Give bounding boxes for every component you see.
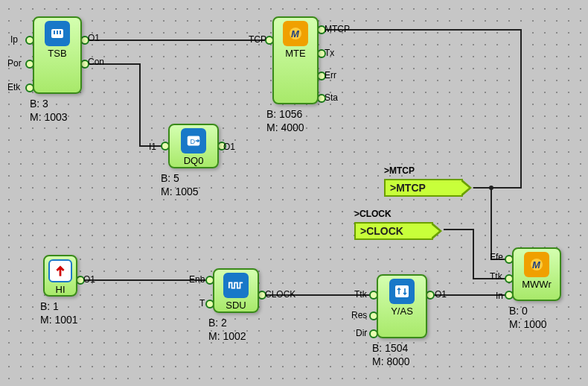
- svg-rect-25: [54, 31, 55, 34]
- block-dq0-meta: B: 5 M: 1005: [161, 171, 199, 198]
- block-hi[interactable]: HI: [43, 255, 77, 297]
- pulse-icon: [223, 273, 249, 298]
- pin-sdu-clock: CLOCK: [265, 289, 295, 300]
- net-label-mtcp[interactable]: >MTCP: [384, 179, 463, 197]
- svg-text:M: M: [532, 259, 541, 270]
- net-caption-mtcp: >MTCP: [384, 165, 415, 176]
- net-label-clock-text: >CLOCK: [360, 225, 403, 237]
- pin-tsb-o1: O1: [88, 33, 100, 43]
- svg-point-0: [489, 186, 493, 190]
- block-sdu-title: SDU: [226, 300, 246, 311]
- pin-mte-tcp: TCP: [249, 34, 266, 45]
- pin-sdu-t: T: [199, 298, 205, 309]
- counter-icon: [389, 279, 415, 304]
- block-hi-title: HI: [56, 284, 65, 295]
- pin-mwwr-in: In: [496, 291, 503, 301]
- pin-yas-dir: Dir: [356, 328, 367, 338]
- net-label-clock[interactable]: >CLOCK: [354, 222, 433, 240]
- pin-mte-mtcp: MTCP: [325, 24, 350, 34]
- pin-mte-sta: Sta: [325, 92, 338, 103]
- svg-text:D: D: [190, 138, 195, 145]
- pin-mwwr-ttk: Ttk: [490, 271, 502, 282]
- block-mwwr-title: MWWr: [522, 279, 551, 290]
- block-dq0-title: DQ0: [184, 155, 204, 166]
- block-dq0[interactable]: D DQ0: [168, 124, 219, 168]
- svg-rect-32: [395, 285, 409, 297]
- gear-m-icon: M: [524, 252, 549, 277]
- block-mte-meta: B: 1056 M: 4000: [266, 107, 304, 134]
- svg-rect-26: [57, 31, 58, 34]
- block-sdu-meta: B: 2 M: 1002: [208, 316, 246, 343]
- pin-hi-o1: O1: [83, 274, 95, 285]
- block-sdu[interactable]: SDU: [213, 268, 259, 313]
- gear-m-icon: M: [283, 21, 308, 46]
- pin-tsb-etk: Etk: [7, 82, 20, 92]
- net-caption-clock: >CLOCK: [354, 209, 392, 219]
- block-tsb[interactable]: TSB: [33, 16, 82, 94]
- pin-dq0-o1: O1: [223, 142, 235, 152]
- pin-mte-err: Err: [325, 70, 336, 80]
- block-yas-meta: B: 1504 M: 8000: [372, 341, 410, 368]
- block-mwwr-meta: B: 0 M: 1000: [509, 304, 547, 331]
- pin-mte-tx: Tx: [325, 48, 334, 58]
- svg-rect-27: [60, 31, 61, 34]
- pin-dq0-i1: I1: [149, 142, 156, 152]
- svg-text:M: M: [291, 28, 300, 39]
- block-tsb-meta: B: 3 M: 1003: [30, 97, 68, 124]
- pin-tsb-con: Con: [88, 57, 104, 67]
- block-yas[interactable]: Y/AS: [377, 274, 427, 338]
- latch-icon: D: [181, 128, 206, 154]
- pin-yas-ttk: Ttk: [354, 289, 367, 300]
- pin-sdu-enb: Enb: [189, 274, 205, 285]
- pin-mwwr-efe: Efe: [490, 252, 503, 262]
- pin-yas-res: Res: [351, 310, 367, 320]
- pin-tsb-por: Por: [7, 58, 22, 69]
- svg-point-20: [426, 291, 434, 299]
- diagram-canvas[interactable]: TSB B: 3 M: 1003 Ip Por Etk O1 Con D DQ0…: [0, 0, 588, 386]
- block-hi-meta: B: 1 M: 1001: [40, 300, 78, 326]
- block-mte[interactable]: M MTE: [272, 16, 319, 104]
- ethernet-icon: [45, 21, 70, 46]
- block-mte-title: MTE: [285, 48, 305, 59]
- block-mwwr[interactable]: M MWWr: [512, 247, 561, 301]
- block-yas-title: Y/AS: [391, 306, 413, 317]
- pin-tsb-ip: Ip: [10, 34, 18, 45]
- pin-yas-o1: O1: [435, 289, 447, 300]
- net-label-mtcp-text: >MTCP: [390, 182, 426, 194]
- arrow-up-icon: [48, 259, 72, 282]
- block-tsb-title: TSB: [48, 48, 66, 59]
